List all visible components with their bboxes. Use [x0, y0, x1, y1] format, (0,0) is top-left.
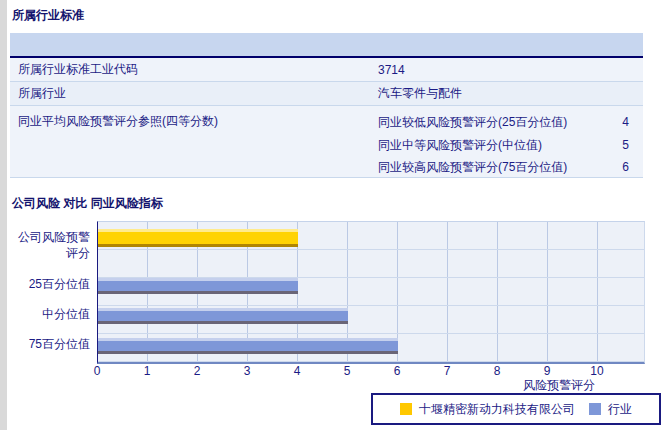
xtick-10: 10 [582, 364, 612, 378]
xtick-4: 4 [282, 364, 312, 378]
table-header-bar [10, 33, 643, 58]
row-value-industry-code: 3714 [378, 63, 643, 77]
left-margin-strip [0, 0, 7, 430]
row-value-industry: 汽车零件与配件 [378, 85, 643, 102]
row-label-industry-code: 所属行业标准工业代码 [10, 61, 378, 78]
company-series-swatch-icon [400, 403, 412, 415]
xtick-5: 5 [332, 364, 362, 378]
xtick-2: 2 [182, 364, 212, 378]
peer-high-value: 6 [593, 160, 643, 174]
xtick-1: 1 [132, 364, 162, 378]
risk-compare-section-title: 公司风险 对比 同业风险指标 [12, 195, 163, 212]
bar-industry-median [98, 308, 348, 324]
industry-standard-table: 所属行业标准工业代码 3714 所属行业 汽车零件与配件 同业平均风险预警评分参… [10, 33, 643, 178]
legend-company-label: 十堰精密新动力科技有限公司 [419, 401, 575, 418]
report-page: 所属行业标准 所属行业标准工业代码 3714 所属行业 汽车零件与配件 同业平均… [0, 0, 667, 435]
xaxis-title: 风险预警评分 [470, 377, 595, 394]
chart-legend: 十堰精密新动力科技有限公司 行业 [371, 393, 661, 425]
peer-score-row: 同业中等风险预警评分(中位值) 5 [378, 134, 643, 156]
peer-low-value: 4 [593, 115, 643, 129]
peer-median-label: 同业中等风险预警评分(中位值) [378, 137, 593, 154]
ylabel-75th-percentile: 75百分位值 [0, 337, 90, 352]
bar-company-risk-score [98, 229, 298, 247]
peer-score-row: 同业较低风险预警评分(25百分位值) 4 [378, 110, 643, 134]
legend-item-industry: 行业 [589, 401, 632, 418]
bar-industry-25th-percentile [98, 278, 298, 294]
bar-chart-plot-area [97, 221, 645, 364]
ylabel-median: 中分位值 [0, 307, 90, 322]
xtick-9: 9 [532, 364, 562, 378]
ylabel-company-score-line1: 公司风险预警 [0, 230, 90, 245]
ylabel-company-score-line2: 评分 [0, 246, 90, 261]
xtick-6: 6 [382, 364, 412, 378]
row-label-industry: 所属行业 [10, 85, 378, 102]
ylabel-25th-percentile: 25百分位值 [0, 277, 90, 292]
xtick-8: 8 [482, 364, 512, 378]
xtick-0: 0 [82, 364, 112, 378]
industry-standard-section-title: 所属行业标准 [12, 7, 84, 24]
peer-score-row: 同业较高风险预警评分(75百分位值) 6 [378, 156, 643, 178]
table-row: 同业平均风险预警评分参照(四等分数) 同业较低风险预警评分(25百分位值) 4 … [10, 106, 643, 178]
table-row: 所属行业 汽车零件与配件 [10, 82, 643, 106]
legend-item-company: 十堰精密新动力科技有限公司 [400, 401, 575, 418]
peer-high-label: 同业较高风险预警评分(75百分位值) [378, 159, 593, 176]
xtick-7: 7 [432, 364, 462, 378]
peer-low-label: 同业较低风险预警评分(25百分位值) [378, 114, 593, 131]
peer-median-value: 5 [593, 138, 643, 152]
row-label-peer-reference: 同业平均风险预警评分参照(四等分数) [10, 106, 378, 130]
bar-industry-75th-percentile [98, 338, 398, 354]
industry-series-swatch-icon [589, 403, 601, 415]
legend-industry-label: 行业 [608, 401, 632, 418]
table-row: 所属行业标准工业代码 3714 [10, 58, 643, 82]
peer-score-list: 同业较低风险预警评分(25百分位值) 4 同业中等风险预警评分(中位值) 5 同… [378, 106, 643, 178]
xtick-3: 3 [232, 364, 262, 378]
